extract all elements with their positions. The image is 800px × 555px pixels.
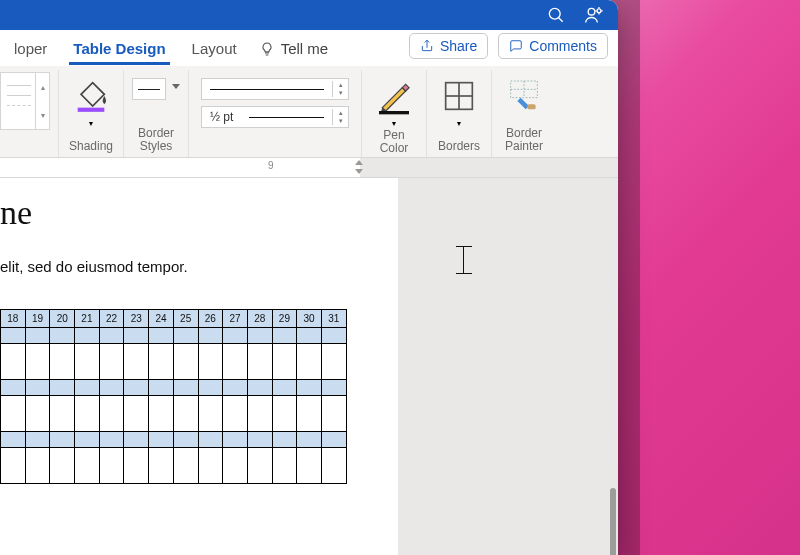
table-cell[interactable] <box>321 328 346 344</box>
table-cell[interactable] <box>149 328 174 344</box>
table-cell[interactable] <box>272 328 297 344</box>
table-cell[interactable] <box>75 432 100 448</box>
table-cell[interactable] <box>173 396 198 432</box>
table-cell[interactable] <box>272 344 297 380</box>
table-cell[interactable] <box>149 380 174 396</box>
table-cell[interactable] <box>321 380 346 396</box>
table-cell[interactable] <box>297 344 322 380</box>
table-cell[interactable] <box>223 432 248 448</box>
table-cell[interactable] <box>247 328 272 344</box>
table-cell[interactable] <box>99 396 124 432</box>
share-button[interactable]: Share <box>409 33 488 59</box>
table-cell[interactable] <box>99 328 124 344</box>
search-icon[interactable] <box>546 5 566 25</box>
table-cell[interactable] <box>99 448 124 484</box>
table-cell[interactable] <box>247 380 272 396</box>
tab-table-design[interactable]: Table Design <box>69 40 169 65</box>
table-cell[interactable] <box>198 432 223 448</box>
table-cell[interactable] <box>272 380 297 396</box>
table-cell[interactable] <box>124 328 149 344</box>
table-cell[interactable] <box>124 396 149 432</box>
table-cell[interactable] <box>149 448 174 484</box>
tell-me-search[interactable]: Tell me <box>259 40 329 65</box>
shading-button[interactable]: ▼ <box>67 72 115 129</box>
pen-color-button[interactable]: ▼ <box>370 72 418 129</box>
chevron-down-icon[interactable] <box>172 84 180 89</box>
table-cell[interactable] <box>75 344 100 380</box>
table-cell[interactable] <box>321 396 346 432</box>
line-style-selector[interactable]: ▴▾ <box>201 78 349 100</box>
table-cell[interactable] <box>173 380 198 396</box>
table-cell[interactable] <box>297 328 322 344</box>
table-cell[interactable] <box>25 380 50 396</box>
table-cell[interactable] <box>25 432 50 448</box>
borders-button[interactable]: ▼ <box>435 72 483 129</box>
table-cell[interactable] <box>124 344 149 380</box>
margin-marker[interactable] <box>352 160 366 174</box>
table-cell[interactable] <box>75 396 100 432</box>
table-cell[interactable] <box>50 344 75 380</box>
table-cell[interactable] <box>223 328 248 344</box>
table-cell[interactable] <box>321 448 346 484</box>
table-cell[interactable] <box>149 432 174 448</box>
line-weight-selector[interactable]: ½ pt ▴▾ <box>201 106 349 128</box>
table-cell[interactable] <box>1 432 26 448</box>
table-cell[interactable] <box>321 344 346 380</box>
table-cell[interactable] <box>25 448 50 484</box>
table-cell[interactable] <box>124 448 149 484</box>
table-cell[interactable] <box>75 380 100 396</box>
border-painter-button[interactable] <box>500 72 548 120</box>
table-cell[interactable] <box>1 448 26 484</box>
table-cell[interactable] <box>173 432 198 448</box>
table-cell[interactable] <box>247 448 272 484</box>
table-cell[interactable] <box>75 328 100 344</box>
table-cell[interactable] <box>272 432 297 448</box>
tab-developer[interactable]: loper <box>10 40 51 65</box>
table-cell[interactable] <box>198 328 223 344</box>
table-cell[interactable] <box>124 432 149 448</box>
table-cell[interactable] <box>223 396 248 432</box>
table-cell[interactable] <box>50 380 75 396</box>
table-cell[interactable] <box>223 380 248 396</box>
border-style-sample[interactable] <box>132 78 166 100</box>
table-cell[interactable] <box>1 344 26 380</box>
table-cell[interactable] <box>1 328 26 344</box>
table-cell[interactable] <box>272 448 297 484</box>
horizontal-ruler[interactable]: 9 <box>0 158 618 178</box>
table-cell[interactable] <box>247 396 272 432</box>
table-cell[interactable] <box>25 396 50 432</box>
table-cell[interactable] <box>297 448 322 484</box>
table-cell[interactable] <box>173 344 198 380</box>
table-cell[interactable] <box>99 380 124 396</box>
table-cell[interactable] <box>124 380 149 396</box>
table-cell[interactable] <box>50 448 75 484</box>
table-cell[interactable] <box>272 396 297 432</box>
table-cell[interactable] <box>25 344 50 380</box>
table-cell[interactable] <box>198 396 223 432</box>
table-cell[interactable] <box>99 432 124 448</box>
table-cell[interactable] <box>223 344 248 380</box>
table-cell[interactable] <box>50 396 75 432</box>
table-cell[interactable] <box>149 396 174 432</box>
table-cell[interactable] <box>297 396 322 432</box>
table-cell[interactable] <box>223 448 248 484</box>
tab-layout[interactable]: Layout <box>188 40 241 65</box>
table-cell[interactable] <box>173 328 198 344</box>
table-cell[interactable] <box>75 448 100 484</box>
calendar-table[interactable]: 1819202122232425262728293031 <box>0 309 347 484</box>
table-cell[interactable] <box>297 432 322 448</box>
table-cell[interactable] <box>25 328 50 344</box>
table-cell[interactable] <box>247 344 272 380</box>
table-cell[interactable] <box>198 344 223 380</box>
table-cell[interactable] <box>321 432 346 448</box>
table-cell[interactable] <box>1 396 26 432</box>
table-cell[interactable] <box>50 328 75 344</box>
vertical-scrollbar[interactable] <box>610 488 616 555</box>
table-cell[interactable] <box>1 380 26 396</box>
comments-button[interactable]: Comments <box>498 33 608 59</box>
table-cell[interactable] <box>99 344 124 380</box>
table-cell[interactable] <box>149 344 174 380</box>
table-cell[interactable] <box>198 380 223 396</box>
coauthor-icon[interactable] <box>584 5 604 25</box>
page[interactable]: ne elit, sed do eiusmod tempor. 18192021… <box>0 178 398 555</box>
